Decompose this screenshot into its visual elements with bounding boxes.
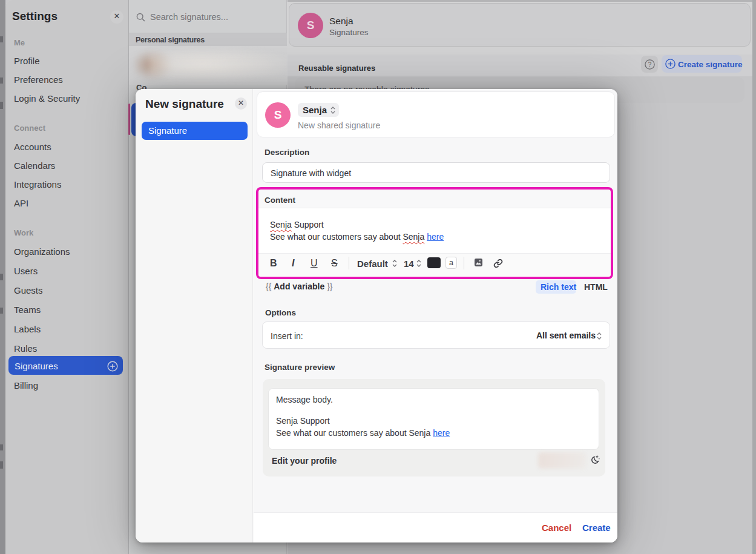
svg-text:?: ? [648, 61, 652, 68]
